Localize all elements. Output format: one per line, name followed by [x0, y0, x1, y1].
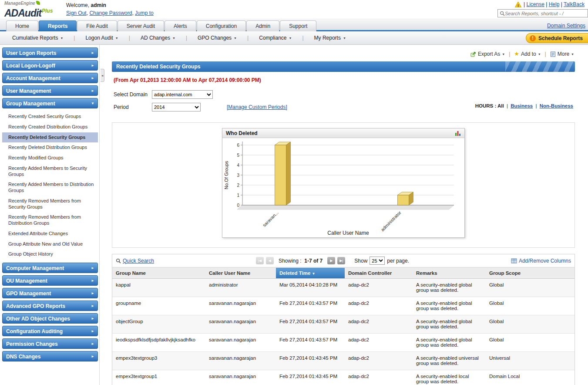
- tab-support[interactable]: Support: [280, 20, 316, 31]
- column-header-domain-controller[interactable]: Domain Controller: [345, 268, 413, 279]
- report-nav-my-reports[interactable]: My Reports▼: [304, 35, 356, 41]
- table-row[interactable]: empex3textgroup3saravanan.nagarajanFeb 2…: [112, 352, 575, 370]
- column-header-group-name[interactable]: Group Name: [112, 268, 205, 279]
- sidebar-collapse-handle[interactable]: ◄: [101, 69, 104, 82]
- warning-icon[interactable]: !: [515, 2, 521, 7]
- session-link-sign-out[interactable]: Sign Out: [66, 10, 87, 16]
- tab-alerts[interactable]: Alerts: [165, 20, 196, 31]
- tab-server-audit[interactable]: Server Audit: [118, 20, 164, 31]
- utility-links: | License | Help | TalkBack: [524, 1, 585, 7]
- manage-custom-periods-link[interactable]: [Manage Custom Periods]: [227, 104, 287, 110]
- sidebar-section-computer-management[interactable]: Computer Management►: [2, 263, 98, 273]
- tab-reports[interactable]: Reports: [39, 20, 77, 31]
- tab-configuration[interactable]: Configuration: [197, 20, 246, 31]
- sidebar-item-recently-created-security-groups[interactable]: Recently Created Security Groups: [2, 111, 98, 122]
- sidebar-item-recently-added-members-to-security-groups[interactable]: Recently Added Members to Security Group…: [2, 163, 98, 180]
- sidebar-section-account-management[interactable]: Account Management►: [2, 73, 98, 83]
- sidebar-section-configuration-auditing[interactable]: Configuration Auditing►: [2, 326, 98, 336]
- first-page-button[interactable]: |◀: [256, 257, 264, 264]
- chevron-right-icon: ►: [91, 48, 94, 58]
- quick-search-link[interactable]: Quick Search: [116, 258, 154, 264]
- sidebar-item-group-object-history[interactable]: Group Object History: [2, 249, 98, 260]
- period-select[interactable]: 2014: [152, 103, 201, 111]
- cell: adap-dc2: [345, 279, 413, 297]
- table-row[interactable]: ieodkspsdfklsdfjsdpfakllvjkjksadhfkosara…: [112, 334, 575, 352]
- tab-file-audit[interactable]: File Audit: [77, 20, 117, 31]
- chevron-right-icon: ►: [91, 288, 94, 299]
- product-wordmark: ADAuditPlus: [4, 6, 53, 18]
- table-row[interactable]: kappaladministratorMar 05,2014 04:10:28 …: [112, 279, 575, 297]
- sidebar-item-recently-added-members-to-distribution-groups[interactable]: Recently Added Members to Distribution G…: [2, 179, 98, 196]
- star-icon: ★: [514, 51, 519, 57]
- sidebar-section-advanced-gpo-reports[interactable]: Advanced GPO Reports►: [2, 301, 98, 311]
- table-row[interactable]: groupnamesaravanan.nagarajanFeb 27,2014 …: [112, 297, 575, 315]
- sidebar-item-extended-attribute-changes[interactable]: Extended Attribute Changes: [2, 229, 98, 239]
- export-as-button[interactable]: Export As▼: [470, 51, 505, 57]
- column-header-remarks[interactable]: Remarks: [413, 268, 486, 279]
- page-size-select[interactable]: 25: [370, 257, 385, 265]
- sidebar-section-local-logon-logoff[interactable]: Local Logon-Logoff►: [2, 60, 98, 71]
- hours-all[interactable]: All: [497, 103, 504, 108]
- column-header-group-scope[interactable]: Group Scope: [486, 268, 575, 279]
- sidebar-item-group-attribute-new-and-old-value[interactable]: Group Attribute New and Old Value: [2, 239, 98, 250]
- table-header-row: Group NameCaller User NameDeleted Time▼D…: [112, 268, 575, 279]
- sidebar-item-recently-removed-members-from-distribution-groups[interactable]: Recently Removed Members from Distributi…: [2, 212, 98, 229]
- add-remove-columns-link[interactable]: Add/Remove Columns: [511, 258, 571, 264]
- last-page-button[interactable]: ▶|: [337, 257, 345, 264]
- sidebar-item-recently-deleted-security-groups[interactable]: Recently Deleted Security Groups: [2, 132, 98, 143]
- prev-page-button[interactable]: ◀: [266, 257, 274, 264]
- hours-business[interactable]: Business: [511, 103, 533, 108]
- session-link-change-password[interactable]: Change Password: [89, 10, 132, 16]
- sidebar-section-permission-changes[interactable]: Permission Changes►: [2, 338, 98, 349]
- cell: empex3textgroup1: [112, 370, 205, 385]
- add-remove-columns-label: Add/Remove Columns: [519, 258, 571, 264]
- domain-select[interactable]: adap.internal.com: [152, 90, 213, 99]
- session-link-jump-to[interactable]: Jump to: [135, 10, 154, 16]
- utility-link-talkback[interactable]: TalkBack: [564, 1, 585, 7]
- tab-admin[interactable]: Admin: [246, 20, 279, 31]
- report-nav-ad-changes[interactable]: AD Changes▼: [130, 35, 186, 41]
- chevron-down-icon: ▼: [571, 53, 574, 56]
- table-row[interactable]: objectGroupsaravanan.nagarajanFeb 27,201…: [112, 315, 575, 334]
- showing-range: 1-7 of 7: [304, 258, 323, 264]
- hours-non-business[interactable]: Non-Business: [540, 103, 573, 108]
- utility-link-license[interactable]: License: [527, 1, 544, 7]
- sidebar-item-recently-modified-groups[interactable]: Recently Modified Groups: [2, 153, 98, 163]
- svg-text:5: 5: [237, 153, 239, 158]
- cell: saravanan.nagarajan: [205, 352, 276, 370]
- schedule-reports-button[interactable]: ! Schedule Reports: [526, 33, 588, 43]
- cell: kappal: [112, 279, 205, 297]
- sidebar-section-dns-changes[interactable]: DNS Changes►: [2, 351, 98, 361]
- column-header-caller-user-name[interactable]: Caller User Name: [205, 268, 276, 279]
- cell: A security-enabled global group was dele…: [413, 279, 486, 297]
- search-input[interactable]: [505, 11, 586, 16]
- domain-settings-link[interactable]: Domain Settings: [547, 23, 585, 29]
- app-root: ManageEngine ADAuditPlus Welcome, admin …: [0, 0, 588, 385]
- sidebar-section-other-ad-object-changes[interactable]: Other AD Object Changes►: [2, 313, 98, 324]
- sidebar-section-gpo-management[interactable]: GPO Management►: [2, 288, 98, 298]
- sidebar-item-recently-created-distribution-groups[interactable]: Recently Created Distribution Groups: [2, 122, 98, 132]
- tab-home[interactable]: Home: [6, 20, 38, 31]
- utility-link-help[interactable]: Help: [549, 1, 560, 7]
- main-content: Export As▼ | ★ Add to▼ | More▼ Recently …: [100, 45, 588, 385]
- bar-chart-icon[interactable]: [455, 130, 461, 136]
- next-page-button[interactable]: ▶: [327, 257, 335, 264]
- sidebar-section-group-management[interactable]: Group Management▼: [2, 98, 98, 108]
- sidebar-item-recently-removed-members-from-security-groups[interactable]: Recently Removed Members from Security G…: [2, 196, 98, 213]
- more-button[interactable]: More▼: [550, 51, 574, 57]
- svg-text:4: 4: [237, 163, 239, 168]
- column-header-deleted-time[interactable]: Deleted Time▼: [276, 268, 345, 279]
- table-row[interactable]: empex3textgroup1saravanan.nagarajanFeb 2…: [112, 370, 575, 385]
- report-nav-logon-audit[interactable]: Logon Audit▼: [75, 35, 128, 41]
- report-nav-compliance[interactable]: Compliance▼: [249, 35, 302, 41]
- report-nav-cumulative-reports[interactable]: Cumulative Reports▼: [2, 35, 74, 41]
- sidebar-section-user-logon-reports[interactable]: User Logon Reports►: [2, 47, 98, 58]
- sidebar-section-ou-management[interactable]: OU Management►: [2, 275, 98, 286]
- report-nav-gpo-changes[interactable]: GPO Changes▼: [187, 35, 247, 41]
- sidebar-item-recently-deleted-distribution-groups[interactable]: Recently Deleted Distribution Groups: [2, 142, 98, 153]
- columns-icon: [511, 258, 517, 263]
- sidebar-section-user-management[interactable]: User Management►: [2, 85, 98, 96]
- cell: administrator: [205, 279, 276, 297]
- add-to-button[interactable]: ★ Add to▼: [514, 51, 541, 57]
- showing-status: Showing : 1-7 of 7: [279, 258, 323, 264]
